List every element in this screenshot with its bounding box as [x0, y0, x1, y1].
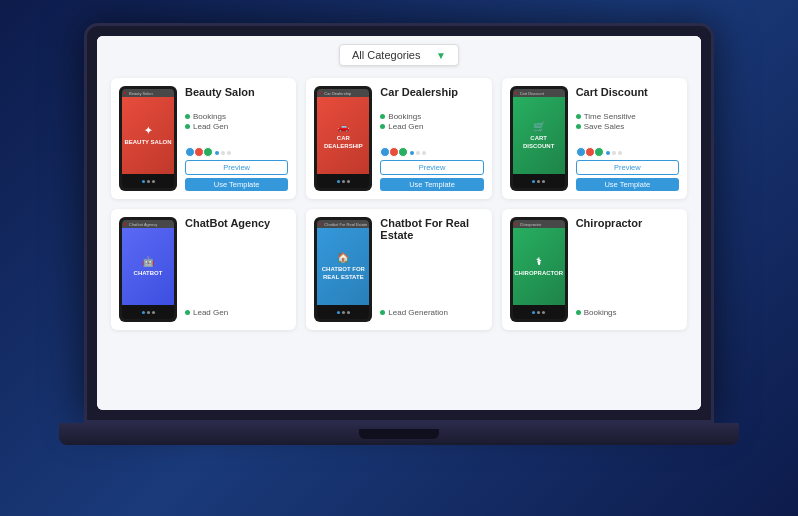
phone-app-text: CAR DEALERSHIP — [319, 135, 367, 149]
card-info-chatbot-agency: ChatBot Agency Lead Gen — [185, 217, 288, 322]
top-bar: All Categories ▼ — [97, 36, 701, 72]
feature-dot-icon — [576, 114, 581, 119]
feature-label: Bookings — [584, 308, 617, 317]
dot — [422, 151, 426, 155]
template-card-chiropractor: Chiropractor ⚕ CHIROPRACTOR Chiropractor… — [502, 209, 687, 330]
nav-dot-active — [337, 311, 340, 314]
phone-app-label: Chatbot Agency — [127, 222, 172, 227]
phone-app-icon: ✦ — [144, 125, 152, 137]
avatar — [594, 147, 604, 157]
laptop-base — [59, 423, 739, 445]
phone-screen: Chiropractor ⚕ CHIROPRACTOR — [513, 220, 565, 319]
nav-dot — [347, 311, 350, 314]
phone-header-bar: Beauty Salon — [122, 89, 174, 97]
feature-dot-icon — [576, 310, 581, 315]
phone-bottom-nav — [317, 305, 369, 319]
use-template-button[interactable]: Use Template — [576, 178, 679, 191]
card-title: Chiropractor — [576, 217, 679, 229]
laptop-screen-outer: All Categories ▼ Beauty Salon ✦ BEAUTY S… — [84, 23, 714, 423]
phone-mockup-chatbot-realestate: Chatbot For Real Estate 🏠 CHATBOT FOR RE… — [314, 217, 372, 322]
card-title: ChatBot Agency — [185, 217, 288, 229]
templates-grid: Beauty Salon ✦ BEAUTY SALON Beauty Salon… — [97, 72, 701, 336]
nav-dot — [147, 180, 150, 183]
bottom-dots — [606, 149, 622, 157]
preview-button[interactable]: Preview — [380, 160, 483, 175]
nav-dot-active — [532, 180, 535, 183]
feature-item: Bookings — [380, 112, 483, 121]
phone-dot — [124, 223, 126, 225]
feature-dot-icon — [185, 124, 190, 129]
nav-dot — [542, 311, 545, 314]
use-template-button[interactable]: Use Template — [380, 178, 483, 191]
preview-button[interactable]: Preview — [185, 160, 288, 175]
phone-mockup-car-dealership: Car Dealership 🚗 CAR DEALERSHIP — [314, 86, 372, 191]
btn-row: Preview Use Template — [576, 145, 679, 191]
template-card-car-dealership: Car Dealership 🚗 CAR DEALERSHIP Car Deal… — [306, 78, 491, 199]
phone-app-icon: ⚕ — [536, 256, 541, 268]
phone-header-bar: Chatbot Agency — [122, 220, 174, 228]
template-card-cart-discount: Cart Discount 🛒 CART DISCOUNT Cart Disco… — [502, 78, 687, 199]
phone-app-label: Car Dealership — [322, 91, 367, 96]
laptop-notch — [359, 429, 439, 439]
card-info-car-dealership: Car Dealership Bookings Lead Gen — [380, 86, 483, 191]
phone-dot — [515, 92, 517, 94]
dot-active — [606, 151, 610, 155]
phone-dot — [124, 92, 126, 94]
phone-main-area: 🤖 CHATBOT — [122, 228, 174, 305]
phone-app-icon: 🤖 — [142, 256, 154, 268]
dot — [612, 151, 616, 155]
avatar — [398, 147, 408, 157]
screen-content: All Categories ▼ Beauty Salon ✦ BEAUTY S… — [97, 36, 701, 410]
feature-label: Bookings — [193, 112, 226, 121]
card-info-beauty-salon: Beauty Salon Bookings Lead Gen — [185, 86, 288, 191]
feature-label: Time Sensitive — [584, 112, 636, 121]
phone-screen: Beauty Salon ✦ BEAUTY SALON — [122, 89, 174, 188]
feature-label: Lead Gen — [388, 122, 423, 131]
template-card-chatbot-realestate: Chatbot For Real Estate 🏠 CHATBOT FOR RE… — [306, 209, 491, 330]
phone-app-text: CHATBOT — [134, 270, 163, 277]
phone-screen: Chatbot For Real Estate 🏠 CHATBOT FOR RE… — [317, 220, 369, 319]
template-card-beauty-salon: Beauty Salon ✦ BEAUTY SALON Beauty Salon… — [111, 78, 296, 199]
dot — [227, 151, 231, 155]
phone-app-text: CHATBOT FOR REAL ESTATE — [319, 266, 367, 280]
avatar-row — [576, 147, 679, 157]
chevron-down-icon: ▼ — [436, 50, 446, 61]
phone-dot — [319, 92, 321, 94]
card-title: Cart Discount — [576, 86, 679, 98]
avatar-row — [380, 147, 483, 157]
phone-app-label: Chiropractor — [518, 222, 563, 227]
phone-app-icon: 🏠 — [337, 252, 349, 264]
phone-mockup-beauty-salon: Beauty Salon ✦ BEAUTY SALON — [119, 86, 177, 191]
feature-list: Lead Generation — [380, 308, 483, 318]
dot — [618, 151, 622, 155]
template-card-chatbot-agency: Chatbot Agency 🤖 CHATBOT ChatBot Agency … — [111, 209, 296, 330]
feature-dot-icon — [380, 310, 385, 315]
phone-app-text: CHIROPRACTOR — [514, 270, 563, 277]
card-info-chatbot-realestate: Chatbot For Real Estate Lead Generation — [380, 217, 483, 322]
feature-item: Lead Gen — [380, 122, 483, 131]
feature-list: Bookings — [576, 308, 679, 318]
nav-dot — [147, 311, 150, 314]
dot-active — [410, 151, 414, 155]
phone-screen: Car Dealership 🚗 CAR DEALERSHIP — [317, 89, 369, 188]
phone-screen: Chatbot Agency 🤖 CHATBOT — [122, 220, 174, 319]
bottom-dots — [410, 149, 426, 157]
feature-dot-icon — [380, 124, 385, 129]
feature-list: Time Sensitive Save Sales — [576, 112, 679, 132]
card-title: Chatbot For Real Estate — [380, 217, 483, 241]
category-dropdown[interactable]: All Categories ▼ — [339, 44, 459, 66]
btn-row: Preview Use Template — [185, 145, 288, 191]
feature-dot-icon — [185, 114, 190, 119]
feature-item: Lead Gen — [185, 122, 288, 131]
phone-app-label: Chatbot For Real Estate — [322, 222, 367, 227]
dot — [221, 151, 225, 155]
phone-app-icon: 🚗 — [337, 121, 349, 133]
phone-main-area: ⚕ CHIROPRACTOR — [513, 228, 565, 305]
feature-dot-icon — [380, 114, 385, 119]
feature-item: Bookings — [576, 308, 679, 317]
use-template-button[interactable]: Use Template — [185, 178, 288, 191]
nav-dot — [347, 180, 350, 183]
preview-button[interactable]: Preview — [576, 160, 679, 175]
phone-header-bar: Car Dealership — [317, 89, 369, 97]
nav-dot — [542, 180, 545, 183]
